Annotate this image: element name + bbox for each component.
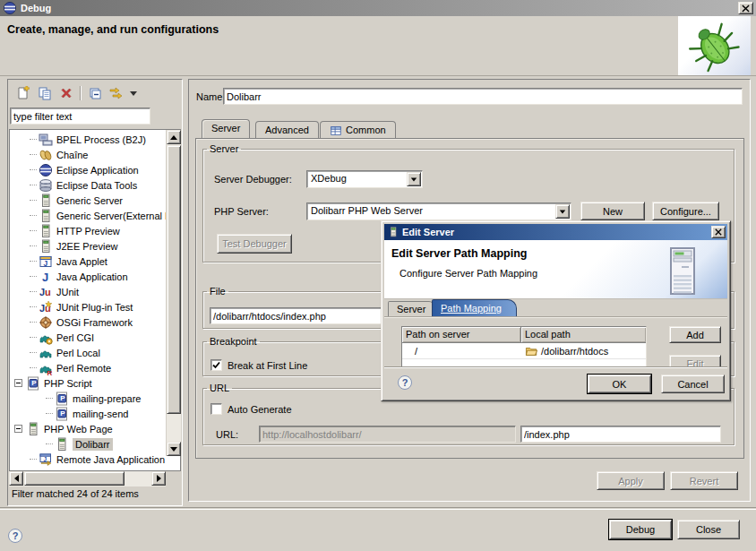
dialog-tab-path-mapping[interactable]: Path Mapping	[432, 299, 517, 316]
tab-advanced[interactable]: Advanced	[255, 121, 319, 138]
tree-item[interactable]: Generic Server	[10, 193, 180, 208]
scroll-up-icon[interactable]	[167, 130, 181, 144]
chaine-icon	[39, 148, 53, 162]
url-base-input[interactable]	[259, 426, 516, 443]
eclipse-application-icon	[39, 163, 53, 177]
debug-button[interactable]: Debug	[609, 520, 672, 539]
bug-icon	[684, 19, 742, 73]
tree-vertical-scrollbar[interactable]	[166, 130, 181, 456]
configure-server-button[interactable]: Configure...	[652, 202, 719, 220]
tree-item[interactable]: Java Applet	[10, 254, 180, 269]
add-mapping-button[interactable]: Add	[669, 326, 721, 343]
close-icon	[715, 228, 722, 236]
break-first-line-checkbox[interactable]	[210, 359, 222, 371]
tree-item[interactable]: Perl Local	[10, 345, 180, 360]
scroll-down-icon[interactable]	[167, 442, 181, 456]
chevron-down-icon[interactable]	[407, 172, 421, 186]
tree-item[interactable]: Chaîne	[10, 147, 180, 162]
tree-item[interactable]: Perl Remote	[10, 360, 180, 375]
ok-button[interactable]: OK	[588, 375, 651, 393]
php-icon	[26, 376, 40, 391]
path-mapping-table[interactable]: Path on server Local path / /dolibarr/ht…	[401, 326, 647, 367]
server-debugger-select[interactable]: XDebug	[306, 170, 423, 188]
tree-item[interactable]: Remote Java Application	[10, 452, 180, 467]
open-folder-icon	[525, 345, 538, 357]
cancel-button[interactable]: Cancel	[661, 375, 725, 393]
filter-icon[interactable]	[108, 86, 124, 101]
php-server-select[interactable]: Dolibarr PHP Web Server	[306, 202, 571, 220]
window-close-button[interactable]	[738, 2, 753, 14]
footer-separator	[0, 507, 756, 509]
column-header-local-path[interactable]: Local path	[521, 327, 646, 343]
apply-button[interactable]: Apply	[597, 471, 665, 490]
tree-item[interactable]: Perl CGI	[10, 330, 180, 345]
name-input[interactable]	[223, 88, 743, 105]
tree-item[interactable]: BPEL Process (B2J)	[10, 132, 180, 147]
dropdown-arrow-icon[interactable]	[130, 91, 137, 96]
server-tower-icon	[669, 246, 696, 296]
scroll-right-icon[interactable]	[151, 471, 166, 486]
path-mapping-content: Path on server Local path / /dolibarr/ht…	[384, 316, 727, 368]
tab-common[interactable]: Common	[320, 121, 396, 138]
window-titlebar[interactable]: Debug	[0, 0, 756, 16]
bpel-process-icon	[39, 133, 53, 147]
name-label: Name:	[196, 91, 225, 102]
banner-title: Create, manage, and run configurations	[7, 23, 219, 36]
revert-button[interactable]: Revert	[670, 471, 738, 490]
auto-generate-checkbox[interactable]	[210, 403, 222, 415]
close-button[interactable]: Close	[677, 520, 740, 539]
tree-item[interactable]: JUnit	[10, 284, 180, 299]
test-debugger-button[interactable]: Test Debugger	[217, 234, 292, 254]
dialog-tab-server[interactable]: Server	[388, 301, 434, 316]
tree-horizontal-scrollbar[interactable]	[9, 471, 166, 486]
scrollbar-thumb[interactable]	[167, 145, 181, 414]
perl-remote-icon	[39, 361, 53, 375]
toolbar-separator	[80, 86, 81, 100]
break-first-line-label: Break at First Line	[228, 360, 307, 371]
tree-item[interactable]: PHP Web Page	[10, 421, 180, 436]
chevron-down-icon[interactable]	[555, 204, 570, 219]
tree-item-selected[interactable]: Dolibarr	[10, 436, 180, 452]
tree-item[interactable]: Generic Server(External La	[10, 208, 180, 223]
column-header-path-on-server[interactable]: Path on server	[402, 327, 521, 343]
url-path-input[interactable]	[520, 426, 721, 443]
tree-item[interactable]: mailing-prepare	[10, 391, 180, 406]
collapse-all-icon[interactable]	[87, 86, 102, 101]
tree-item[interactable]: Eclipse Data Tools	[10, 177, 180, 193]
url-label: URL:	[216, 429, 238, 440]
common-grid-icon	[330, 125, 342, 137]
tree-item[interactable]: Java Application	[10, 269, 180, 284]
dialog-titlebar[interactable]: Edit Server	[384, 224, 727, 240]
tree-item[interactable]: OSGi Framework	[10, 314, 180, 330]
osgi-icon	[39, 315, 53, 330]
server-icon	[388, 226, 399, 238]
collapse-expander-icon[interactable]	[14, 425, 22, 433]
tree-item[interactable]: J2EE Preview	[10, 238, 180, 254]
tree-item[interactable]: mailing-send	[10, 406, 180, 421]
new-server-button[interactable]: New	[580, 202, 645, 220]
auto-generate-label: Auto Generate	[228, 404, 292, 415]
dialog-close-button[interactable]	[711, 226, 726, 238]
dialog-title: Edit Server	[402, 227, 454, 237]
delete-icon[interactable]	[58, 86, 73, 101]
tree-item[interactable]: JUnit Plug-in Test	[10, 299, 180, 314]
tab-server[interactable]: Server	[202, 119, 250, 138]
dialog-header: Edit Server Path Mapping Configure Serve…	[384, 240, 727, 299]
duplicate-icon[interactable]	[37, 86, 52, 101]
php-icon	[55, 407, 69, 421]
collapse-expander-icon[interactable]	[14, 379, 22, 387]
scrollbar-thumb[interactable]	[24, 471, 125, 486]
eclipse-logo-icon	[3, 1, 17, 15]
tree-item[interactable]: HTTP Preview	[10, 223, 180, 238]
tree-item[interactable]: Eclipse Application	[10, 162, 180, 177]
new-configuration-icon[interactable]	[15, 86, 30, 101]
help-icon[interactable]: ?	[8, 529, 22, 543]
server-icon	[39, 239, 53, 254]
scroll-left-icon[interactable]	[9, 471, 23, 486]
help-icon[interactable]: ?	[398, 375, 412, 390]
table-cell-local-path[interactable]: /dolibarr/htdocs	[521, 343, 646, 359]
filter-input[interactable]	[10, 108, 150, 125]
tree-item[interactable]: PHP Script	[10, 375, 180, 391]
table-cell-server-path[interactable]: /	[402, 343, 521, 359]
remote-java-icon	[39, 452, 53, 467]
